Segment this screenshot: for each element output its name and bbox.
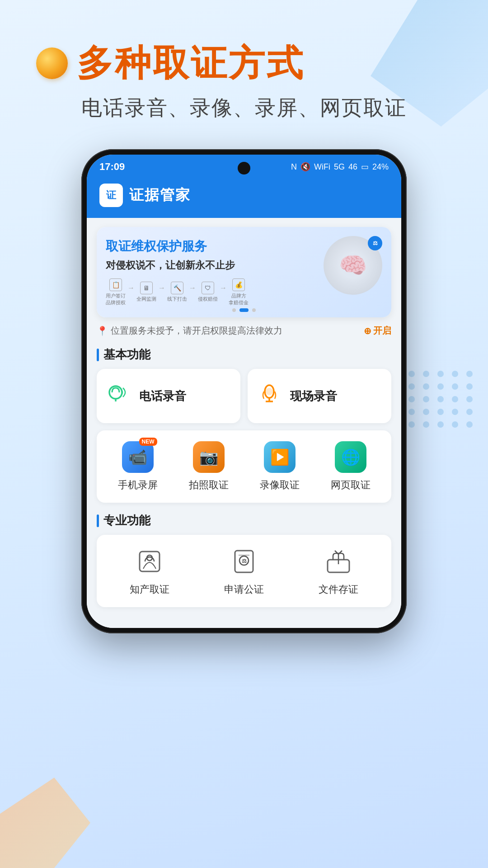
app-name: 证据管家 bbox=[129, 185, 191, 205]
ip-evidence-label: 知产取证 bbox=[130, 583, 169, 596]
video-evidence-label: 录像取证 bbox=[260, 478, 300, 492]
banner-image: 🧠 ⚖ bbox=[324, 236, 382, 308]
live-record-label: 现场录音 bbox=[290, 388, 337, 404]
status-time: 17:09 bbox=[99, 161, 125, 173]
photo-evidence-icon: 📷 bbox=[193, 441, 225, 473]
orange-ball-icon bbox=[36, 47, 68, 79]
phone-record-icon bbox=[106, 382, 131, 410]
header-section: 多种取证方式 电话录音、录像、录屏、网页取证 bbox=[0, 0, 488, 140]
app-logo: 证 bbox=[99, 184, 123, 207]
nfc-icon: N bbox=[291, 162, 297, 172]
live-record-card[interactable]: 现场录音 bbox=[248, 369, 391, 423]
web-evidence-icon: 🌐 bbox=[335, 441, 366, 473]
banner-title-line2: 对侵权说不，让创新永不止步 bbox=[106, 259, 324, 272]
banner-dot-1[interactable] bbox=[232, 308, 236, 312]
signal-4g-icon: 46 bbox=[348, 162, 357, 172]
battery-percent: 24% bbox=[372, 162, 389, 172]
file-store-label: 文件存证 bbox=[319, 583, 358, 596]
banner-step-3: 🔨 线下打击 bbox=[167, 282, 187, 302]
banner-steps: 📋 用户签订品牌授权 → 🖥 全网监测 → 🔨 bbox=[106, 278, 324, 306]
notarize-item[interactable]: ⚖ 申请公证 bbox=[198, 546, 289, 596]
screen-record-icon: 📹 NEW bbox=[122, 441, 154, 473]
svg-rect-3 bbox=[266, 388, 273, 395]
status-icons: N 🔇 WiFi 5G 46 ▭ 24% bbox=[291, 162, 389, 172]
phone-record-card[interactable]: 电话录音 bbox=[97, 369, 240, 423]
video-evidence-icon: ▶️ bbox=[264, 441, 296, 473]
subtitle: 电话录音、录像、录屏、网页取证 bbox=[36, 94, 452, 122]
file-store-icon bbox=[323, 546, 354, 577]
notarize-label: 申请公证 bbox=[224, 583, 264, 596]
location-icon: 📍 bbox=[97, 326, 108, 336]
banner-dots bbox=[232, 308, 256, 312]
location-open-label: 开启 bbox=[373, 325, 391, 337]
app-content: 取证维权保护服务 对侵权说不，让创新永不止步 📋 用户签订品牌授权 → 🖥 bbox=[87, 227, 401, 628]
pro-functions-label: 专业功能 bbox=[103, 513, 150, 528]
status-bar: 17:09 N 🔇 WiFi 5G 46 ▭ 24% bbox=[87, 155, 401, 176]
banner-dot-3[interactable] bbox=[252, 308, 256, 312]
banner-title-line1: 取证维权保护服务 bbox=[106, 238, 324, 255]
photo-evidence-label: 拍照取证 bbox=[189, 478, 229, 492]
location-open-button[interactable]: ⊕ 开启 bbox=[364, 325, 391, 337]
svg-rect-6 bbox=[140, 552, 160, 571]
banner-badge: ⚖ bbox=[368, 236, 382, 250]
photo-evidence-item[interactable]: 📷 拍照取证 bbox=[175, 441, 242, 492]
notarize-icon: ⚖ bbox=[228, 546, 260, 577]
screen-record-item[interactable]: 📹 NEW 手机录屏 bbox=[104, 441, 171, 492]
pro-section-bar bbox=[97, 514, 99, 527]
banner-step-1: 📋 用户签订品牌授权 bbox=[106, 278, 126, 306]
mute-icon: 🔇 bbox=[300, 162, 310, 172]
banner-text: 取证维权保护服务 对侵权说不，让创新永不止步 📋 用户签订品牌授权 → 🖥 bbox=[106, 238, 324, 306]
signal-5g-icon: 5G bbox=[334, 162, 345, 172]
web-evidence-item[interactable]: 🌐 网页取证 bbox=[317, 441, 384, 492]
new-badge: NEW bbox=[139, 438, 157, 446]
live-record-icon bbox=[257, 382, 282, 410]
phone-wrapper: 17:09 N 🔇 WiFi 5G 46 ▭ 24% 证 证据管家 bbox=[0, 140, 488, 660]
battery-icon: ▭ bbox=[361, 162, 369, 172]
title-row: 多种取证方式 bbox=[36, 45, 452, 81]
camera-notch bbox=[238, 162, 250, 175]
location-bar: 📍 位置服务未授予，请开启权限提高法律效力 ⊕ 开启 bbox=[97, 325, 391, 337]
advanced-functions-grid: 📹 NEW 手机录屏 📷 拍照取证 bbox=[97, 430, 391, 503]
location-text: 位置服务未授予，请开启权限提高法律效力 bbox=[111, 325, 282, 337]
section-bar bbox=[97, 349, 99, 361]
app-logo-row: 证 证据管家 bbox=[99, 184, 389, 207]
location-text-area: 📍 位置服务未授予，请开启权限提高法律效力 bbox=[97, 325, 282, 337]
phone-record-label: 电话录音 bbox=[139, 388, 186, 404]
basic-functions-heading: 基本功能 bbox=[97, 347, 391, 363]
professional-functions-grid: 知产取证 ⚖ 申请公证 bbox=[97, 535, 391, 607]
wifi-icon: WiFi bbox=[314, 162, 330, 172]
banner-step-5: 💰 品牌方拿赔偿金 bbox=[229, 278, 249, 306]
banner-step-4: 🛡 侵权赔偿 bbox=[198, 282, 218, 302]
pro-functions-heading: 专业功能 bbox=[97, 513, 391, 528]
video-evidence-item[interactable]: ▶️ 录像取证 bbox=[246, 441, 313, 492]
phone-frame: 17:09 N 🔇 WiFi 5G 46 ▭ 24% 证 证据管家 bbox=[81, 149, 407, 633]
main-title: 多种取证方式 bbox=[77, 45, 305, 81]
banner-dot-2[interactable] bbox=[239, 308, 249, 312]
basic-functions-label: 基本功能 bbox=[103, 347, 150, 363]
app-header: 证 证据管家 bbox=[87, 176, 401, 218]
ip-evidence-icon bbox=[134, 546, 165, 577]
banner-slide: 取证维权保护服务 对侵权说不，让创新永不止步 📋 用户签订品牌授权 → 🖥 bbox=[97, 227, 391, 317]
bg-decoration-bottom bbox=[0, 778, 90, 868]
screen-record-label: 手机录屏 bbox=[118, 478, 158, 492]
basic-functions-grid: 电话录音 bbox=[97, 369, 391, 423]
phone-screen: 17:09 N 🔇 WiFi 5G 46 ▭ 24% 证 证据管家 bbox=[87, 155, 401, 628]
banner-carousel[interactable]: 取证维权保护服务 对侵权说不，让创新永不止步 📋 用户签订品牌授权 → 🖥 bbox=[97, 227, 391, 317]
file-store-item[interactable]: 文件存证 bbox=[293, 546, 384, 596]
web-evidence-label: 网页取证 bbox=[331, 478, 371, 492]
ip-evidence-item[interactable]: 知产取证 bbox=[104, 546, 195, 596]
banner-step-2: 🖥 全网监测 bbox=[136, 282, 156, 302]
location-open-icon: ⊕ bbox=[364, 326, 371, 336]
svg-text:⚖: ⚖ bbox=[242, 558, 247, 564]
